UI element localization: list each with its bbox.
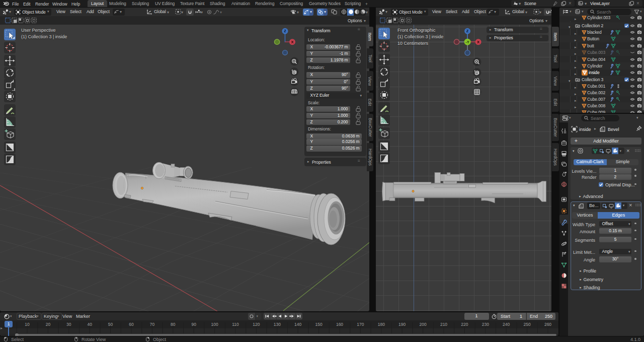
svg-text:X: X <box>477 40 479 44</box>
svg-text:-Y: -Y <box>466 40 469 44</box>
svg-text:Z: Z <box>466 29 469 33</box>
svg-text:Z: Z <box>284 29 286 33</box>
svg-text:X: X <box>291 40 293 44</box>
